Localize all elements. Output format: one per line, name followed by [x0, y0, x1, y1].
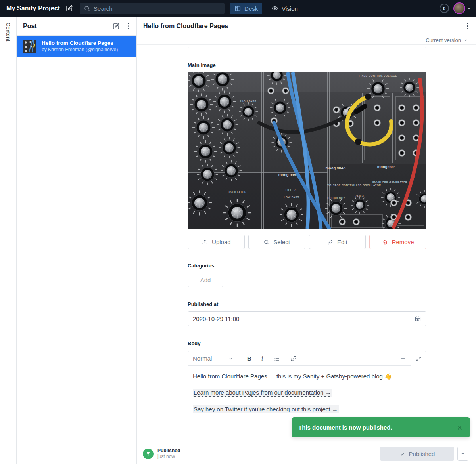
- tab-desk[interactable]: Desk: [230, 3, 262, 14]
- document-pane: Hello from Cloudflare Pages Current vers…: [137, 17, 476, 464]
- post-list-pane: Post Hello from Cloudflare Pages by Kris…: [17, 17, 137, 464]
- add-category-button[interactable]: Add: [188, 273, 223, 287]
- post-pane-header: Post: [17, 17, 136, 36]
- desk-icon: [234, 5, 241, 12]
- compose-icon[interactable]: [65, 4, 73, 12]
- close-icon[interactable]: [456, 424, 463, 431]
- published-at-input[interactable]: 2020-10-29 11:00: [188, 311, 426, 326]
- body-paragraph[interactable]: Hello from Cloudflare Pages — this is my…: [193, 372, 406, 380]
- pencil-icon: [327, 239, 334, 245]
- image-button-row: Upload Select Edit: [188, 235, 426, 249]
- main-image-label: Main image: [188, 62, 426, 68]
- upload-button[interactable]: Upload: [188, 235, 245, 249]
- published-at-value: 2020-10-29 11:00: [193, 315, 239, 322]
- bullet-list-icon[interactable]: [273, 355, 280, 362]
- edit-button[interactable]: Edit: [309, 235, 366, 249]
- search-icon: [84, 5, 90, 12]
- search-bar[interactable]: [80, 3, 225, 14]
- select-button[interactable]: Select: [248, 235, 305, 249]
- italic-button[interactable]: i: [261, 355, 263, 362]
- synth-label: moog 995: [278, 172, 296, 177]
- toast-message: This document is now published.: [298, 424, 392, 431]
- upload-label: Upload: [212, 239, 231, 245]
- main-image-photo[interactable]: HIGH PASS moog 995 moog 904A moog 902 VO…: [188, 72, 426, 229]
- body-link[interactable]: Say hey on Twitter if you're checking ou…: [193, 405, 339, 413]
- list-item-subtitle: by Kristian Freeman (@signalnerve): [42, 47, 118, 52]
- published-status-icon: [143, 449, 154, 459]
- list-item-title: Hello from Cloudflare Pages: [42, 40, 118, 47]
- rail-content-tab[interactable]: Content: [5, 23, 11, 464]
- synth-label: FILTERS: [286, 189, 298, 191]
- version-label: Current version: [426, 37, 461, 43]
- tab-vision[interactable]: Vision: [267, 3, 302, 14]
- pane-menu-icon[interactable]: [127, 22, 131, 30]
- edit-label: Edit: [337, 239, 347, 245]
- calendar-icon[interactable]: [415, 315, 421, 322]
- link-icon[interactable]: [290, 355, 297, 362]
- publish-button[interactable]: Published: [380, 447, 454, 461]
- document-title: Hello from Cloudflare Pages: [143, 23, 465, 30]
- body-label: Body: [188, 340, 426, 346]
- list-item-text: Hello from Cloudflare Pages by Kristian …: [42, 40, 118, 53]
- synth-label: moog 902: [377, 164, 395, 169]
- tab-vision-label: Vision: [282, 5, 298, 12]
- content-rail: Content: [0, 17, 17, 464]
- new-document-icon[interactable]: [112, 22, 120, 30]
- document-footer: Published just now Published: [137, 443, 476, 464]
- format-buttons: B i: [238, 351, 395, 365]
- publish-menu-button[interactable]: [457, 447, 468, 461]
- version-selector[interactable]: Current version: [137, 36, 476, 45]
- pane-title: Post: [23, 23, 106, 30]
- synth-label: FIXED CONTROL VOLTAGE: [359, 74, 397, 77]
- synth-label: RANGE: [355, 195, 365, 197]
- document-scroll-area: Main image: [137, 45, 476, 443]
- body-content[interactable]: Hello from Cloudflare Pages — this is my…: [188, 366, 411, 422]
- list-item-thumbnail: [23, 40, 36, 53]
- trash-icon: [382, 239, 388, 245]
- insert-block-button[interactable]: [395, 351, 411, 365]
- synth-label: moog 904A: [325, 166, 345, 170]
- remove-label: Remove: [392, 239, 414, 245]
- synth-label: HIGH PASS: [240, 100, 256, 103]
- categories-label: Categories: [188, 263, 426, 269]
- search-icon: [263, 239, 270, 245]
- bold-button[interactable]: B: [247, 355, 251, 362]
- toast-notification: This document is now published.: [292, 417, 470, 437]
- chevron-down-icon: [467, 6, 471, 11]
- select-label: Select: [273, 239, 290, 245]
- status-time: just now: [157, 454, 180, 460]
- body-toolbar: Normal B i: [188, 351, 411, 366]
- style-select-value: Normal: [193, 355, 212, 362]
- publish-status: Published just now: [143, 448, 380, 460]
- published-at-label: Published at: [188, 301, 426, 307]
- tab-desk-label: Desk: [244, 5, 258, 12]
- eye-icon: [271, 5, 278, 12]
- document-form: Main image: [188, 45, 426, 440]
- synth-label: OSCILLATOR: [228, 191, 247, 193]
- publish-button-label: Published: [409, 451, 435, 457]
- list-item[interactable]: Hello from Cloudflare Pages by Kristian …: [17, 36, 136, 57]
- avatar[interactable]: [453, 2, 465, 14]
- document-menu-icon[interactable]: [465, 22, 470, 31]
- style-select[interactable]: Normal: [188, 351, 238, 365]
- notifications-badge[interactable]: 0: [440, 4, 449, 13]
- chevron-down-icon: [228, 356, 233, 361]
- slug-field-partial[interactable]: [188, 45, 426, 48]
- top-navbar: My Sanity Project Desk: [0, 0, 476, 17]
- synth-label: ENVELOPE GENERATOR: [372, 181, 407, 184]
- upload-icon: [202, 239, 208, 245]
- body-link[interactable]: Learn more about Pages from our document…: [193, 389, 332, 397]
- remove-button[interactable]: Remove: [369, 235, 426, 249]
- search-input[interactable]: [94, 5, 221, 12]
- status-title: Published: [157, 448, 180, 454]
- user-menu[interactable]: [453, 2, 471, 14]
- synth-label: VOLTAGE CONTROLLED OSCILLATOR: [327, 184, 381, 187]
- sanity-studio: { "navbar": { "project_title": "My Sanit…: [0, 0, 476, 464]
- synth-label: FREQUENCY: [327, 197, 345, 200]
- synth-label: LOW PASS: [284, 196, 299, 199]
- publish-status-text: Published just now: [157, 448, 180, 460]
- body-paragraph: Learn more about Pages from our document…: [193, 389, 406, 397]
- body-paragraph: Say hey on Twitter if you're checking ou…: [193, 405, 406, 413]
- expand-editor-button[interactable]: [411, 351, 426, 366]
- document-header: Hello from Cloudflare Pages: [137, 17, 476, 36]
